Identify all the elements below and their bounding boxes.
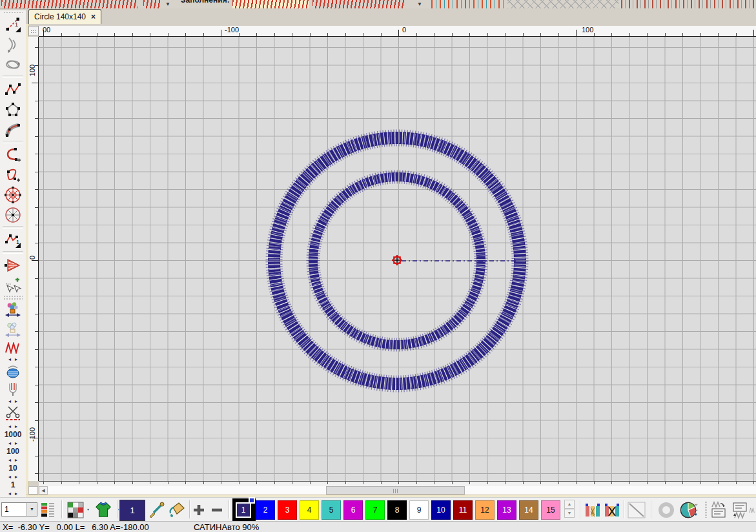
scrollbar-grip	[393, 489, 398, 493]
palette-swatch-10[interactable]: 10	[431, 500, 451, 520]
curved-band-tool[interactable]	[2, 119, 24, 139]
simulation-line-button[interactable]	[628, 501, 646, 518]
palette-swatch-2[interactable]: 2	[256, 500, 275, 520]
tab-close-icon[interactable]: ×	[91, 13, 96, 21]
thread-chart-button[interactable]	[584, 501, 602, 518]
layer-select[interactable]: 1 ▼	[1, 502, 37, 517]
palette-swatch-14[interactable]: 14	[519, 500, 538, 520]
circle-loop-tool[interactable]	[2, 54, 24, 74]
fill-color-button[interactable]	[168, 501, 186, 518]
closed-shape-tool[interactable]	[2, 99, 24, 119]
effects-group-highlighted[interactable]	[431, 0, 504, 8]
toolbar-separator-dots	[3, 295, 23, 300]
ruler-origin-button[interactable]	[28, 26, 39, 36]
thread-chart-remove-icon	[604, 502, 620, 518]
palette-scroll-down-icon[interactable]: ▼	[564, 509, 575, 518]
thread-spool-indicator[interactable]	[2, 363, 24, 381]
zigzag-stitch-tool[interactable]	[2, 340, 24, 356]
svg-text:1: 1	[15, 21, 18, 28]
stitch-to-outline-icon	[710, 501, 728, 519]
ring-view-button[interactable]	[657, 501, 675, 518]
toolbar-dropdown-arrow-2[interactable]: ▼	[414, 0, 425, 8]
palette-swatch-12[interactable]: 12	[475, 500, 495, 520]
stitch-nav-arrows[interactable]: ◂▸	[5, 490, 21, 497]
step-10-button[interactable]: 10	[8, 464, 17, 473]
palette-swatch-9[interactable]: 9	[409, 500, 429, 520]
stitch-nav-arrows[interactable]: ◂▸	[5, 473, 21, 480]
toolbar-separator	[624, 500, 625, 518]
tools-group-right[interactable]	[621, 0, 754, 8]
palette-editor-dropdown-icon[interactable]: ▾	[85, 507, 91, 513]
design-canvas[interactable]	[39, 37, 756, 481]
clipped-toolbar-icon[interactable]	[749, 501, 756, 518]
color-picker-button[interactable]	[147, 501, 165, 518]
palette-swatch-3[interactable]: 3	[278, 500, 297, 520]
palette-swatch-4[interactable]: 4	[300, 500, 319, 520]
column-c-tool[interactable]	[2, 145, 24, 165]
palette-swatch-6[interactable]: 6	[343, 500, 363, 520]
outline-to-stitch-button[interactable]	[731, 501, 749, 518]
stitch-polyline-icon: 1	[5, 232, 21, 249]
scrollbar-thumb[interactable]	[326, 486, 465, 495]
horizontal-scrollbar[interactable]: ◀	[39, 486, 756, 495]
color-order-icon	[40, 502, 56, 518]
stitch-nav-arrows[interactable]: ◂▸	[5, 440, 21, 447]
needle-position-tool[interactable]	[2, 381, 24, 398]
step-100-button[interactable]: 100	[6, 447, 19, 456]
spoke-wheel-tool[interactable]	[2, 205, 24, 225]
stitch-style-fragment-b[interactable]	[143, 0, 160, 8]
stitch-nav-arrows[interactable]: ◂▸	[5, 456, 21, 464]
palette-swatch-1-selected[interactable]: 1	[232, 498, 256, 522]
zoom-out-button[interactable]	[210, 501, 224, 518]
effects-group-gray[interactable]	[507, 0, 618, 8]
garment-preview-button[interactable]	[94, 501, 112, 518]
generate-stitches-tool[interactable]	[2, 300, 24, 320]
stitch-style-fragment-a[interactable]	[1, 0, 138, 8]
fill-presets[interactable]	[312, 0, 405, 8]
radial-web-tool[interactable]	[2, 185, 24, 205]
toolbar-dropdown-arrow[interactable]: ▼	[163, 0, 173, 8]
layer-select-arrow-icon[interactable]: ▼	[26, 503, 37, 516]
toolbar-grip[interactable]	[3, 12, 23, 13]
scissors-icon	[5, 405, 21, 422]
document-tab[interactable]: Circle 140x140 ×	[28, 9, 101, 24]
column-loop-icon	[5, 167, 21, 183]
stitch-nav-arrows[interactable]: ◂▸	[5, 423, 21, 430]
direction-arrow-tool[interactable]	[2, 255, 24, 275]
palette-swatch-8[interactable]: 8	[387, 500, 407, 520]
column-loop-tool[interactable]	[2, 165, 24, 185]
palette-editor-button[interactable]	[66, 501, 85, 518]
palette-swatch-11[interactable]: 11	[453, 500, 473, 520]
h-ruler-label: 100	[582, 26, 593, 34]
palette-swatch-7[interactable]: 7	[365, 500, 385, 520]
document-tab-title: Circle 140x140	[34, 12, 86, 21]
manual-stitch-tool[interactable]: 1	[2, 14, 24, 34]
stitch-nav-arrows[interactable]: ◂▸	[5, 356, 21, 363]
color-order-button[interactable]	[39, 501, 57, 518]
fill-presets-highlighted[interactable]	[232, 0, 309, 8]
step-1-button[interactable]: 1	[11, 480, 15, 490]
palette-scroll[interactable]: ▲ ▼	[564, 500, 575, 519]
cut-thread-tool[interactable]	[2, 405, 24, 423]
regenerate-stitches-tool[interactable]	[2, 320, 24, 340]
more-tools-chevron[interactable]: ⌄ ⌄	[691, 500, 701, 512]
open-polyline-tool[interactable]	[2, 79, 24, 99]
scrollbar-corner	[28, 486, 38, 495]
bottom-toolbar: 1 ▼ ▾ ▾ 1	[0, 497, 756, 521]
stitch-to-outline-button[interactable]	[710, 501, 728, 518]
zoom-in-button[interactable]	[192, 501, 206, 518]
palette-scroll-up-icon[interactable]: ▲	[564, 500, 575, 509]
palette-swatch-15[interactable]: 15	[541, 500, 560, 520]
stitch-polyline-tool[interactable]: 1	[2, 230, 24, 250]
arc-tool[interactable]	[2, 34, 24, 54]
palette-swatch-5[interactable]: 5	[322, 500, 341, 520]
stitch-nav-arrows[interactable]: ◂▸	[5, 398, 21, 405]
current-color-swatch[interactable]: 1	[119, 500, 145, 521]
step-1000-button[interactable]: 1000	[5, 430, 22, 440]
scroll-left-button[interactable]: ◀	[39, 486, 48, 495]
add-selection-tool[interactable]	[2, 275, 24, 295]
toolbar-separator-dots	[705, 501, 707, 518]
palette-swatch-13[interactable]: 13	[497, 500, 516, 520]
more-tools-dropdown-icon[interactable]: ▾	[695, 512, 697, 517]
thread-chart-remove-button[interactable]	[603, 501, 621, 518]
